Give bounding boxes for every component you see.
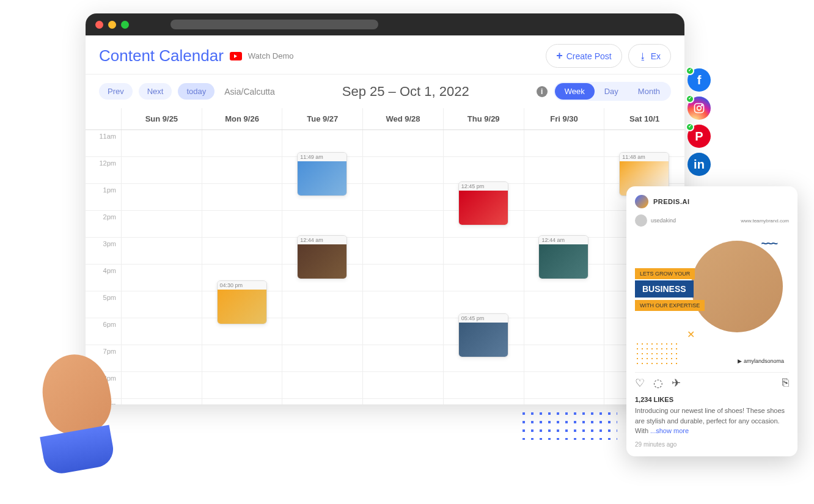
time-cell[interactable] <box>524 211 604 237</box>
bookmark-icon[interactable]: ⎘ <box>782 376 789 390</box>
app-header: Content Calendar Watch Demo + Create Pos… <box>86 35 684 75</box>
calendar-toolbar: Prev Next today Asia/Calcutta Sep 25 – O… <box>86 75 684 108</box>
calendar-event[interactable]: 11:49 am <box>297 152 347 196</box>
time-row: 6pm <box>86 318 684 345</box>
time-cell[interactable] <box>121 184 202 210</box>
calendar-event[interactable]: 04:30 pm <box>217 280 267 324</box>
time-cell[interactable] <box>443 399 524 404</box>
close-window-icon[interactable] <box>95 21 103 29</box>
facebook-channel-icon[interactable]: f <box>688 68 711 92</box>
time-cell[interactable] <box>362 184 443 210</box>
time-cell[interactable] <box>282 345 362 371</box>
calendar-event[interactable]: 12:44 am <box>297 235 347 279</box>
time-cell[interactable] <box>121 157 202 183</box>
time-cell[interactable] <box>202 238 282 264</box>
time-cell[interactable] <box>282 399 362 404</box>
time-cell[interactable] <box>202 184 282 210</box>
time-cell[interactable] <box>202 372 282 398</box>
time-cell[interactable] <box>282 291 362 318</box>
time-cell[interactable] <box>121 130 202 156</box>
time-cell[interactable] <box>121 211 202 237</box>
browser-window: Content Calendar Watch Demo + Create Pos… <box>86 13 684 404</box>
time-cell[interactable] <box>524 372 604 398</box>
today-button[interactable]: today <box>178 83 215 100</box>
time-cell[interactable] <box>362 157 443 183</box>
prev-button[interactable]: Prev <box>99 83 133 100</box>
time-cell[interactable] <box>362 372 443 398</box>
decorative-hand-illustration <box>18 342 141 477</box>
time-cell[interactable] <box>202 211 282 237</box>
time-cell[interactable] <box>443 130 524 156</box>
comment-icon[interactable]: ◌ <box>653 376 663 390</box>
time-cell[interactable] <box>524 184 604 210</box>
event-thumbnail <box>459 191 508 225</box>
time-cell[interactable] <box>362 238 443 264</box>
time-cell[interactable] <box>362 399 443 404</box>
time-cell[interactable] <box>362 130 443 156</box>
day-header: Fri 9/30 <box>524 108 604 130</box>
time-cell[interactable] <box>524 399 604 404</box>
time-cell[interactable] <box>282 318 362 345</box>
next-button[interactable]: Next <box>139 83 172 100</box>
time-cell[interactable] <box>121 265 202 291</box>
time-cell[interactable] <box>524 130 604 156</box>
share-icon[interactable]: ✈ <box>672 376 681 390</box>
time-cell[interactable] <box>121 238 202 264</box>
day-header: Thu 9/29 <box>443 108 524 130</box>
time-cell[interactable] <box>362 291 443 318</box>
time-cell[interactable] <box>362 211 443 237</box>
create-post-button[interactable]: + Create Post <box>546 44 622 68</box>
hero-tag-bottom: WITH OUR EXPERTISE <box>635 300 705 311</box>
info-icon[interactable]: i <box>537 86 548 97</box>
time-cell[interactable] <box>282 372 362 398</box>
view-toggle: Week Day Month <box>554 82 671 101</box>
export-button[interactable]: ⭳ Ex <box>628 44 671 68</box>
time-cell[interactable] <box>524 318 604 345</box>
check-icon <box>686 67 694 75</box>
time-label: 1pm <box>86 184 121 210</box>
time-cell[interactable] <box>202 399 282 404</box>
watch-demo-link[interactable]: Watch Demo <box>248 51 294 60</box>
timezone-label: Asia/Calcutta <box>224 87 274 97</box>
calendar-event[interactable]: 12:44 am <box>538 235 588 279</box>
heart-icon[interactable]: ♡ <box>635 376 645 390</box>
event-time: 12:45 pm <box>459 182 508 191</box>
calendar-body[interactable]: 11am12pm1pm2pm3pm4pm5pm6pm7pm8pm9pm 11:4… <box>86 130 684 404</box>
calendar-event[interactable]: 12:45 pm <box>458 181 508 225</box>
month-view-button[interactable]: Month <box>628 83 670 100</box>
time-row: 4pm <box>86 265 684 291</box>
time-cell[interactable] <box>121 318 202 345</box>
time-cell[interactable] <box>202 130 282 156</box>
minimize-window-icon[interactable] <box>108 21 116 29</box>
time-cell[interactable] <box>362 318 443 345</box>
url-bar[interactable] <box>170 20 378 29</box>
date-range: Sep 25 – Oct 1, 2022 <box>281 84 530 100</box>
time-cell[interactable] <box>443 157 524 183</box>
time-cell[interactable] <box>443 238 524 264</box>
website-link: www.teamybrand.com <box>741 218 789 224</box>
time-cell[interactable] <box>121 291 202 318</box>
week-view-button[interactable]: Week <box>555 83 595 100</box>
time-cell[interactable] <box>524 291 604 318</box>
pinterest-channel-icon[interactable]: P <box>688 125 711 148</box>
youtube-icon[interactable] <box>230 52 242 60</box>
show-more-link[interactable]: ...show more <box>650 427 689 434</box>
maximize-window-icon[interactable] <box>121 21 129 29</box>
time-cell[interactable] <box>524 157 604 183</box>
time-cell[interactable] <box>202 157 282 183</box>
linkedin-channel-icon[interactable]: in <box>688 153 711 176</box>
time-cell[interactable] <box>443 265 524 291</box>
calendar-event[interactable]: 05:45 pm <box>458 313 508 357</box>
time-cell[interactable] <box>282 211 362 237</box>
time-cell[interactable] <box>443 372 524 398</box>
day-view-button[interactable]: Day <box>595 83 628 100</box>
time-cell[interactable] <box>362 345 443 371</box>
time-row: 12pm <box>86 157 684 184</box>
time-cell[interactable] <box>524 345 604 371</box>
time-row: 5pm <box>86 291 684 318</box>
time-cell[interactable] <box>202 345 282 371</box>
day-header: Tue 9/27 <box>282 108 362 130</box>
play-icon[interactable]: ▶ amylandsonoma <box>738 358 784 364</box>
time-cell[interactable] <box>362 265 443 291</box>
instagram-channel-icon[interactable] <box>688 97 711 120</box>
